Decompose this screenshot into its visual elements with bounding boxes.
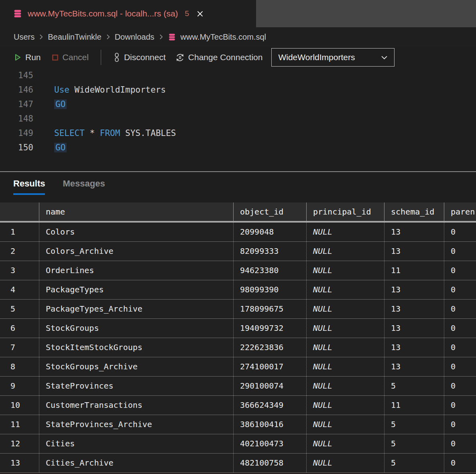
table-cell-parent[interactable]: 0 <box>444 396 476 415</box>
row-number-cell[interactable]: 12 <box>0 434 39 453</box>
table-row[interactable]: 7StockItemStockGroups222623836NULL130 <box>0 338 476 357</box>
table-cell-object_id[interactable]: 482100758 <box>234 454 307 472</box>
table-cell-parent[interactable]: 0 <box>444 319 476 338</box>
table-row[interactable]: 8StockGroups_Archive274100017NULL130 <box>0 357 476 377</box>
table-cell-object_id[interactable]: 366624349 <box>234 396 307 415</box>
table-cell-object_id[interactable]: 82099333 <box>234 242 307 261</box>
table-cell-parent[interactable]: 0 <box>444 357 476 376</box>
column-header-schema_id[interactable]: schema_id <box>384 203 444 221</box>
table-cell-name[interactable]: StockGroups <box>39 319 234 338</box>
row-number-cell[interactable]: 7 <box>0 338 39 357</box>
cancel-button[interactable]: Cancel <box>51 53 89 62</box>
table-cell-principal_id[interactable]: NULL <box>307 242 384 261</box>
table-cell-name[interactable]: Cities_Archive <box>39 454 234 472</box>
change-connection-button[interactable]: Change Connection <box>175 53 263 62</box>
table-cell-object_id[interactable]: 274100017 <box>234 357 307 376</box>
table-cell-object_id[interactable]: 402100473 <box>234 434 307 453</box>
table-cell-principal_id[interactable]: NULL <box>307 300 384 318</box>
table-cell-schema_id[interactable]: 13 <box>384 357 444 376</box>
row-number-cell[interactable]: 5 <box>0 300 39 318</box>
table-cell-schema_id[interactable]: 13 <box>384 223 444 241</box>
column-header-object_id[interactable]: object_id <box>234 203 307 221</box>
table-cell-parent[interactable]: 0 <box>444 454 476 472</box>
table-cell-parent[interactable]: 0 <box>444 415 476 434</box>
table-cell-principal_id[interactable]: NULL <box>307 454 384 472</box>
table-row[interactable]: 13Cities_Archive482100758NULL50 <box>0 454 476 473</box>
row-number-cell[interactable]: 8 <box>0 357 39 376</box>
table-cell-principal_id[interactable]: NULL <box>307 415 384 434</box>
table-cell-name[interactable]: StockItemStockGroups <box>39 338 234 357</box>
run-button[interactable]: Run <box>14 53 41 62</box>
sql-code-editor[interactable]: 145146Use WideWorldImporters147GO148149S… <box>0 68 476 171</box>
row-number-cell[interactable]: 9 <box>0 377 39 395</box>
table-cell-parent[interactable]: 0 <box>444 377 476 395</box>
row-number-cell[interactable]: 1 <box>0 223 39 241</box>
table-cell-object_id[interactable]: 178099675 <box>234 300 307 318</box>
table-cell-schema_id[interactable]: 5 <box>384 415 444 434</box>
table-row[interactable]: 5PackageTypes_Archive178099675NULL130 <box>0 300 476 319</box>
table-cell-name[interactable]: StockGroups_Archive <box>39 357 234 376</box>
table-cell-parent[interactable]: 0 <box>444 242 476 261</box>
table-cell-principal_id[interactable]: NULL <box>307 280 384 299</box>
table-cell-schema_id[interactable]: 5 <box>384 377 444 395</box>
tab-messages[interactable]: Messages <box>63 178 105 195</box>
table-cell-parent[interactable]: 0 <box>444 223 476 241</box>
row-number-cell[interactable]: 6 <box>0 319 39 338</box>
table-cell-parent[interactable]: 0 <box>444 280 476 299</box>
column-header-rownum[interactable] <box>0 203 39 221</box>
close-icon[interactable] <box>197 10 203 17</box>
table-row[interactable]: 1Colors2099048NULL130 <box>0 223 476 242</box>
column-header-principal_id[interactable]: principal_id <box>307 203 384 221</box>
table-cell-principal_id[interactable]: NULL <box>307 396 384 415</box>
table-row[interactable]: 4PackageTypes98099390NULL130 <box>0 280 476 300</box>
table-cell-name[interactable]: PackageTypes_Archive <box>39 300 234 318</box>
table-cell-schema_id[interactable]: 5 <box>384 434 444 453</box>
row-number-cell[interactable]: 10 <box>0 396 39 415</box>
row-number-cell[interactable]: 11 <box>0 415 39 434</box>
table-cell-name[interactable]: CustomerTransactions <box>39 396 234 415</box>
table-cell-principal_id[interactable]: NULL <box>307 319 384 338</box>
table-cell-name[interactable]: Colors_Archive <box>39 242 234 261</box>
row-number-cell[interactable]: 2 <box>0 242 39 261</box>
table-cell-name[interactable]: Cities <box>39 434 234 453</box>
column-header-paren[interactable]: paren <box>444 203 476 221</box>
breadcrumb-item[interactable]: BeaulinTwinkle <box>48 32 101 42</box>
table-row[interactable]: 6StockGroups194099732NULL130 <box>0 319 476 338</box>
breadcrumb-item[interactable]: Downloads <box>115 32 155 42</box>
table-row[interactable]: 9StateProvinces290100074NULL50 <box>0 377 476 396</box>
breadcrumb-file[interactable]: www.MyTecBits.com.sql <box>181 32 266 42</box>
table-cell-schema_id[interactable]: 13 <box>384 280 444 299</box>
table-cell-name[interactable]: PackageTypes <box>39 280 234 299</box>
table-cell-object_id[interactable]: 94623380 <box>234 261 307 280</box>
table-cell-parent[interactable]: 0 <box>444 261 476 280</box>
table-cell-schema_id[interactable]: 5 <box>384 454 444 472</box>
disconnect-button[interactable]: Disconnect <box>113 53 166 62</box>
row-number-cell[interactable]: 13 <box>0 454 39 472</box>
code-text[interactable]: GO <box>54 97 67 111</box>
table-cell-name[interactable]: OrderLines <box>39 261 234 280</box>
table-row[interactable]: 12Cities402100473NULL50 <box>0 434 476 454</box>
row-number-cell[interactable]: 3 <box>0 261 39 280</box>
table-cell-parent[interactable]: 0 <box>444 434 476 453</box>
table-cell-schema_id[interactable]: 13 <box>384 300 444 318</box>
table-cell-schema_id[interactable]: 13 <box>384 242 444 261</box>
table-cell-schema_id[interactable]: 11 <box>384 261 444 280</box>
table-cell-object_id[interactable]: 194099732 <box>234 319 307 338</box>
table-cell-object_id[interactable]: 2099048 <box>234 223 307 241</box>
table-cell-principal_id[interactable]: NULL <box>307 261 384 280</box>
table-cell-principal_id[interactable]: NULL <box>307 377 384 395</box>
column-header-name[interactable]: name <box>39 203 234 221</box>
table-cell-name[interactable]: Colors <box>39 223 234 241</box>
table-cell-parent[interactable]: 0 <box>444 338 476 357</box>
table-cell-schema_id[interactable]: 11 <box>384 396 444 415</box>
table-row[interactable]: 10CustomerTransactions366624349NULL110 <box>0 396 476 415</box>
table-row[interactable]: 2Colors_Archive82099333NULL130 <box>0 242 476 261</box>
table-cell-schema_id[interactable]: 13 <box>384 319 444 338</box>
table-cell-name[interactable]: StateProvinces_Archive <box>39 415 234 434</box>
database-selector-dropdown[interactable]: WideWorldImporters <box>271 48 395 67</box>
table-row[interactable]: 3OrderLines94623380NULL110 <box>0 261 476 280</box>
table-cell-object_id[interactable]: 98099390 <box>234 280 307 299</box>
table-cell-principal_id[interactable]: NULL <box>307 338 384 357</box>
editor-tab[interactable]: www.MyTecBits.com.sql - localh...rs (sa)… <box>0 0 256 27</box>
table-cell-object_id[interactable]: 290100074 <box>234 377 307 395</box>
